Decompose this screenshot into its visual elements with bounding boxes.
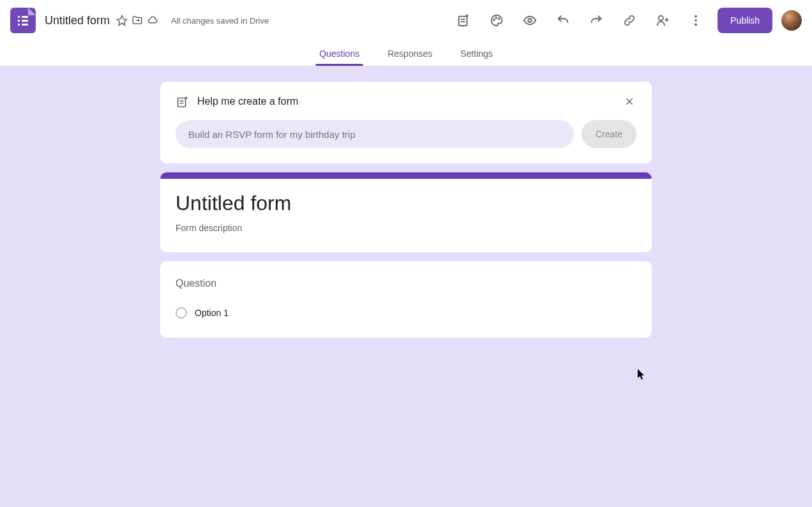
- question-card[interactable]: Question Option 1: [160, 261, 652, 338]
- more-icon[interactable]: [688, 13, 703, 28]
- radio-icon: [176, 307, 187, 319]
- palette-icon[interactable]: [489, 13, 504, 28]
- svg-point-5: [659, 16, 663, 20]
- option-label-input[interactable]: Option 1: [195, 308, 229, 318]
- publish-button[interactable]: Publish: [718, 8, 772, 33]
- move-folder-icon[interactable]: [130, 13, 144, 27]
- document-title[interactable]: Untitled form: [45, 14, 110, 27]
- redo-icon[interactable]: [589, 13, 604, 28]
- account-avatar[interactable]: [781, 10, 802, 31]
- svg-point-1: [493, 19, 495, 20]
- svg-rect-9: [178, 98, 186, 107]
- ai-helper-title: Help me create a form: [197, 96, 615, 107]
- svg-point-4: [528, 19, 532, 22]
- option-row: Option 1: [176, 307, 636, 319]
- svg-point-3: [499, 18, 500, 19]
- form-title-input[interactable]: Untitled form: [176, 192, 636, 215]
- app-header: Untitled form All changes saved in Drive: [0, 0, 812, 41]
- ai-helper-card: Help me create a form Create: [160, 82, 652, 163]
- tab-settings[interactable]: Settings: [458, 41, 495, 66]
- tab-responses[interactable]: Responses: [385, 41, 435, 66]
- addon-icon[interactable]: [456, 13, 471, 28]
- main-tabs: Questions Responses Settings: [0, 41, 812, 66]
- save-status-text: All changes saved in Drive: [171, 16, 269, 26]
- star-icon[interactable]: [115, 13, 129, 27]
- ai-create-button[interactable]: Create: [582, 120, 636, 148]
- question-title-input[interactable]: Question: [176, 278, 636, 289]
- undo-icon[interactable]: [555, 13, 571, 28]
- form-description-input[interactable]: Form description: [176, 223, 636, 233]
- forms-logo-icon[interactable]: [10, 8, 36, 33]
- ai-prompt-input[interactable]: [176, 120, 574, 148]
- ai-sparkle-icon: [176, 95, 190, 109]
- svg-point-8: [695, 24, 697, 26]
- tab-questions[interactable]: Questions: [317, 41, 362, 66]
- close-icon[interactable]: [622, 95, 636, 109]
- add-collaborator-icon[interactable]: [655, 13, 670, 28]
- svg-point-6: [695, 15, 697, 18]
- svg-point-2: [495, 17, 497, 19]
- cloud-saved-icon[interactable]: [146, 13, 160, 27]
- form-canvas: Help me create a form Create Untitled fo…: [0, 66, 812, 507]
- form-title-card[interactable]: Untitled form Form description: [160, 172, 652, 252]
- svg-point-7: [695, 19, 697, 22]
- link-icon[interactable]: [622, 13, 637, 28]
- preview-icon[interactable]: [522, 13, 538, 28]
